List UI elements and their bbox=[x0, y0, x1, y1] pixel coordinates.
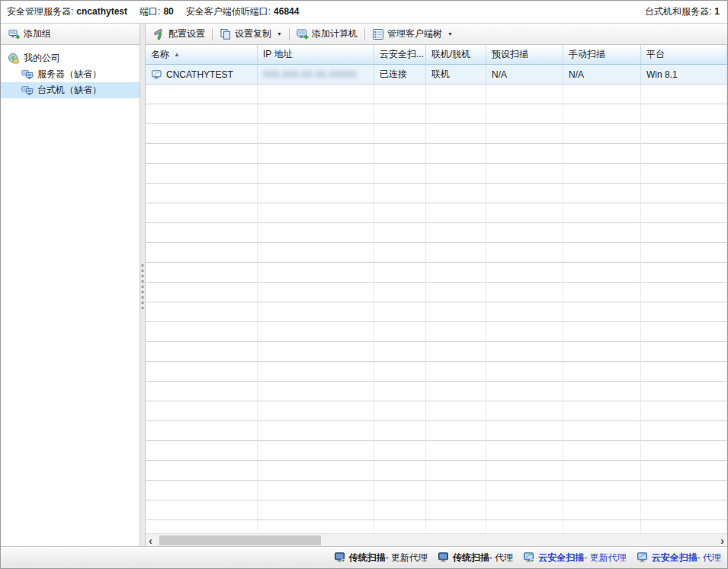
cell-ip bbox=[258, 461, 374, 481]
cell-cloud_scan: 已连接 bbox=[374, 65, 426, 85]
cell-cloud_scan bbox=[374, 144, 426, 164]
cell-cloud_scan bbox=[374, 164, 426, 184]
column-header-cloud_scan[interactable]: 云安全扫... bbox=[374, 45, 426, 64]
manage-client-tree-label: 管理客户端树 bbox=[387, 27, 442, 40]
cell-platform bbox=[641, 283, 727, 302]
column-label: 平台 bbox=[646, 48, 665, 61]
cell-platform bbox=[641, 481, 727, 500]
tree-item-servers-default[interactable]: 服务器（缺省） bbox=[1, 66, 140, 82]
cell-manual_scan: N/A bbox=[563, 65, 641, 85]
cell-platform bbox=[641, 322, 727, 342]
content-area: 添加组 我的公司服务器（缺省）台式机（缺省） 配置设置设置复制▼添加计算机管理客… bbox=[1, 24, 727, 546]
cell-online bbox=[426, 263, 486, 283]
top-info-bar: 安全管理服务器:cncathytest端口:80安全客户端侦听端口:46844 … bbox=[1, 1, 727, 24]
cell-scheduled_scan bbox=[486, 342, 563, 362]
column-label: 预设扫描 bbox=[492, 48, 528, 61]
cell-value: N/A bbox=[569, 69, 584, 80]
server-group-icon bbox=[21, 69, 34, 81]
cell-ip bbox=[258, 500, 374, 520]
cell-online bbox=[426, 382, 486, 401]
cell-name bbox=[146, 382, 258, 401]
smart-scan-update-agent-icon bbox=[523, 551, 535, 564]
cell-cloud_scan bbox=[374, 461, 426, 481]
scroll-left-button[interactable]: ‹ bbox=[149, 535, 152, 546]
column-header-scheduled_scan[interactable]: 预设扫描 bbox=[486, 45, 563, 64]
cell-online bbox=[426, 223, 486, 243]
cell-scheduled_scan bbox=[486, 322, 563, 342]
cell-value: 联机 bbox=[431, 68, 450, 81]
column-header-manual_scan[interactable]: 手动扫描 bbox=[563, 45, 641, 64]
column-label: 手动扫描 bbox=[569, 48, 605, 61]
add-group-button[interactable]: 添加组 bbox=[4, 26, 56, 42]
cell-scheduled_scan bbox=[486, 421, 563, 441]
listen-port-value: 46844 bbox=[274, 6, 299, 17]
cell-platform bbox=[641, 144, 727, 164]
cell-ip: 000.000.00.00.00000 bbox=[258, 65, 374, 85]
add-computer-icon bbox=[297, 28, 309, 40]
status-bar: 传统扫描 - 更新代理传统扫描 - 代理云安全扫描 - 更新代理云安全扫描 - … bbox=[1, 546, 727, 568]
cell-ip bbox=[258, 263, 374, 283]
cell-platform bbox=[641, 184, 727, 203]
cell-ip bbox=[258, 441, 374, 461]
scrollbar-thumb[interactable] bbox=[159, 535, 321, 545]
legend-name: 云安全扫描 bbox=[652, 551, 698, 564]
tree-item-label: 我的公司 bbox=[24, 52, 60, 65]
column-header-name[interactable]: 名称▲ bbox=[146, 45, 258, 64]
horizontal-scrollbar[interactable]: ‹ › bbox=[146, 533, 727, 546]
main-toolbar: 配置设置设置复制▼添加计算机管理客户端树▼ bbox=[146, 24, 727, 45]
column-header-online[interactable]: 联机/脱机 bbox=[426, 45, 486, 64]
cell-platform bbox=[641, 461, 727, 481]
scroll-right-button[interactable]: › bbox=[720, 535, 724, 546]
cell-cloud_scan bbox=[374, 362, 426, 382]
legend-conventional-scan-update-agent: 传统扫描 - 更新代理 bbox=[334, 551, 428, 564]
cell-online bbox=[426, 500, 486, 520]
empty-table-row bbox=[146, 382, 727, 401]
cell-name bbox=[146, 302, 258, 322]
cell-cloud_scan bbox=[374, 342, 426, 362]
server-info: 安全管理服务器:cncathytest端口:80安全客户端侦听端口:46844 bbox=[7, 5, 299, 18]
cell-manual_scan bbox=[563, 520, 641, 533]
column-header-platform[interactable]: 平台 bbox=[641, 45, 727, 64]
cell-name bbox=[146, 421, 258, 441]
cell-manual_scan bbox=[563, 382, 641, 401]
manage-client-tree-button[interactable]: 管理客户端树▼ bbox=[367, 26, 457, 42]
sidebar-splitter[interactable] bbox=[140, 24, 146, 546]
cell-ip bbox=[258, 203, 374, 223]
tree-item-my-company[interactable]: 我的公司 bbox=[1, 50, 140, 66]
cell-manual_scan bbox=[563, 144, 641, 164]
column-label: IP 地址 bbox=[263, 48, 292, 61]
server-name-value: cncathytest bbox=[76, 6, 127, 17]
add-computer-button[interactable]: 添加计算机 bbox=[292, 26, 362, 42]
cell-online bbox=[426, 441, 486, 461]
tree-item-label: 台式机（缺省） bbox=[37, 84, 101, 97]
server-label: 安全管理服务器: bbox=[7, 6, 73, 17]
legend-smart-scan-agent: 云安全扫描 - 代理 bbox=[637, 551, 721, 564]
column-header-ip[interactable]: IP 地址 bbox=[258, 45, 374, 64]
splitter-grip-icon bbox=[142, 264, 144, 309]
cell-online bbox=[426, 342, 486, 362]
cell-scheduled_scan: N/A bbox=[486, 65, 563, 85]
cell-ip bbox=[258, 382, 374, 401]
legend-suffix: - 代理 bbox=[489, 551, 513, 564]
cell-name bbox=[146, 144, 258, 164]
cell-manual_scan bbox=[563, 223, 641, 243]
settings-copy-button[interactable]: 设置复制▼ bbox=[215, 26, 287, 42]
main-panel: 配置设置设置复制▼添加计算机管理客户端树▼ 名称▲IP 地址云安全扫...联机/… bbox=[146, 24, 727, 546]
cell-ip bbox=[258, 164, 374, 184]
cell-platform bbox=[641, 362, 727, 382]
tree-item-desktops-default[interactable]: 台式机（缺省） bbox=[1, 82, 140, 98]
cell-cloud_scan bbox=[374, 263, 426, 283]
port-value: 80 bbox=[163, 6, 173, 17]
table-header-row: 名称▲IP 地址云安全扫...联机/脱机预设扫描手动扫描平台 bbox=[146, 45, 727, 65]
cell-manual_scan bbox=[563, 421, 641, 441]
cell-ip bbox=[258, 302, 374, 322]
cell-manual_scan bbox=[563, 283, 641, 302]
empty-table-row bbox=[146, 124, 727, 144]
cell-ip bbox=[258, 481, 374, 500]
ip-address-redacted: 000.000.00.00.00000 bbox=[263, 69, 357, 80]
table-row[interactable]: CNCATHYTEST000.000.00.00.00000已连接联机N/AN/… bbox=[146, 65, 727, 85]
legend-name: 传统扫描 bbox=[453, 551, 489, 564]
cell-platform bbox=[641, 223, 727, 243]
cell-ip bbox=[258, 520, 374, 533]
configure-settings-button[interactable]: 配置设置 bbox=[149, 26, 210, 42]
